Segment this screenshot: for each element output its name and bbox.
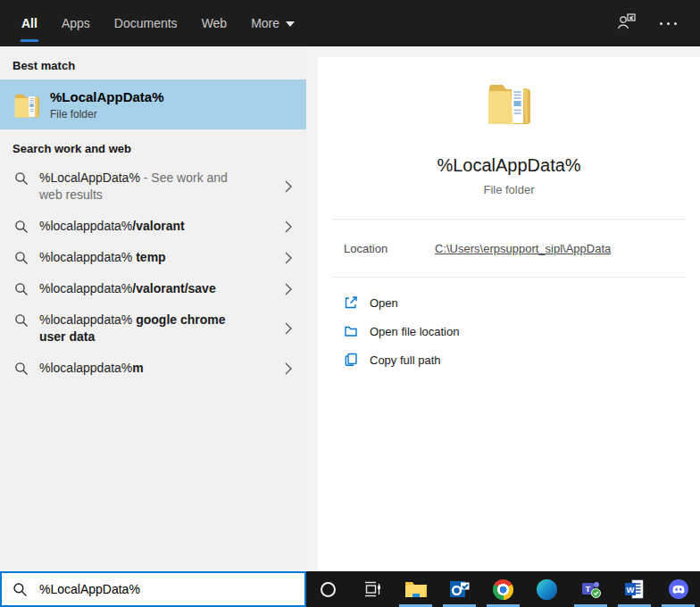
tab-all-label: All xyxy=(21,0,38,46)
chevron-right-icon[interactable] xyxy=(285,252,292,264)
tab-apps[interactable]: Apps xyxy=(62,0,90,46)
open-external-icon xyxy=(344,295,358,310)
suggestion-row[interactable]: %localappdata%m xyxy=(0,353,306,384)
tab-more-label: More xyxy=(251,0,279,46)
edge-icon xyxy=(537,579,557,600)
search-icon xyxy=(14,282,29,296)
best-match-header: Best match xyxy=(0,46,306,79)
taskbar-discord-button[interactable] xyxy=(656,571,700,607)
location-label: Location xyxy=(344,242,435,255)
discord-icon xyxy=(668,578,689,600)
folder-outline-icon xyxy=(344,324,358,338)
file-explorer-icon xyxy=(404,579,428,599)
taskbar-file-explorer-button[interactable] xyxy=(394,571,438,607)
taskbar-word-button[interactable]: W xyxy=(612,571,656,607)
account-feedback-icon[interactable] xyxy=(617,12,637,34)
suggestion-query: %localappdata% xyxy=(39,361,132,375)
suggestion-query: %localappdata% xyxy=(39,281,132,295)
ellipsis-icon[interactable] xyxy=(660,22,677,25)
location-path-link[interactable]: C:\Users\erpsupport_sipl\AppData xyxy=(435,242,611,255)
results-panel: Best match %LocalAppData% File folder xyxy=(0,46,306,571)
search-icon xyxy=(14,313,29,328)
preview-title: %LocalAppData% xyxy=(318,155,700,176)
search-icon xyxy=(14,251,29,265)
taskbar-task-view-button[interactable] xyxy=(350,571,394,607)
tab-web[interactable]: Web xyxy=(202,0,228,46)
tab-all[interactable]: All xyxy=(21,0,38,46)
location-row: Location C:\Users\erpsupport_sipl\AppDat… xyxy=(318,220,700,277)
search-icon xyxy=(14,220,29,234)
open-file-location-label: Open file location xyxy=(370,325,459,338)
chevron-right-icon[interactable] xyxy=(285,322,292,335)
task-view-icon xyxy=(362,578,383,600)
tab-more[interactable]: More xyxy=(251,0,295,46)
search-filter-bar: All Apps Documents Web More xyxy=(0,0,700,46)
cortana-icon xyxy=(321,582,336,597)
suggestion-query: %localappdata% xyxy=(39,219,132,233)
chevron-right-icon[interactable] xyxy=(285,220,292,233)
suggestion-query: %localappdata% xyxy=(39,312,132,327)
best-match-result[interactable]: %LocalAppData% File folder xyxy=(0,79,306,129)
open-file-location-button[interactable]: Open file location xyxy=(318,317,700,345)
copy-icon xyxy=(344,353,358,367)
suggestion-completion: m xyxy=(132,361,143,375)
search-icon xyxy=(12,582,28,597)
suggestion-query: %LocalAppData% xyxy=(39,170,140,185)
word-icon: W xyxy=(624,578,646,600)
web-section-header: Search work and web xyxy=(0,129,306,162)
taskbar-outlook-button[interactable] xyxy=(438,571,481,607)
tab-documents-label: Documents xyxy=(114,0,178,46)
preview-panel: %LocalAppData% File folder Location C:\U… xyxy=(318,57,700,571)
taskbar-teams-button[interactable]: T xyxy=(569,571,612,607)
suggestion-query: %localappdata% xyxy=(39,250,132,264)
chevron-down-icon xyxy=(286,21,295,27)
suggestion-row[interactable]: %LocalAppData% - See work and web result… xyxy=(0,162,306,211)
taskbar-edge-button[interactable] xyxy=(525,571,569,607)
chevron-right-icon[interactable] xyxy=(285,180,292,193)
suggestion-row[interactable]: %localappdata%/valorant xyxy=(0,211,306,242)
open-button[interactable]: Open xyxy=(318,288,700,317)
suggestion-row[interactable]: %localappdata% temp xyxy=(0,242,306,273)
search-icon xyxy=(14,171,29,186)
folder-icon xyxy=(14,91,39,119)
suggestion-row[interactable]: %localappdata%/valorant/save xyxy=(0,273,306,304)
action-list: Open Open file location Copy full path xyxy=(318,278,700,374)
taskbar-chrome-button[interactable] xyxy=(481,571,525,607)
suggestion-completion: /valorant xyxy=(132,219,184,233)
folder-icon xyxy=(488,79,530,127)
chevron-right-icon[interactable] xyxy=(285,283,292,295)
tab-documents[interactable]: Documents xyxy=(114,0,178,46)
chrome-icon xyxy=(493,579,513,600)
best-match-title: %LocalAppData% xyxy=(50,89,164,104)
windows-search-flyout: All Apps Documents Web More Best match xyxy=(0,0,700,607)
suggestion-completion: temp xyxy=(132,250,165,264)
copy-full-path-label: Copy full path xyxy=(370,353,441,367)
suggestion-row[interactable]: %localappdata% google chrome user data xyxy=(0,304,306,353)
preview-subtitle: File folder xyxy=(318,183,700,196)
filter-tabs: All Apps Documents Web More xyxy=(21,0,295,46)
tab-web-label: Web xyxy=(202,0,228,46)
tab-apps-label: Apps xyxy=(62,0,90,46)
suggestion-completion: /valorant/save xyxy=(132,281,215,295)
chevron-right-icon[interactable] xyxy=(285,362,292,375)
svg-text:T: T xyxy=(585,584,590,594)
search-box[interactable] xyxy=(0,571,306,607)
search-input[interactable] xyxy=(39,582,271,596)
taskbar: T W xyxy=(306,571,700,607)
best-match-subtitle: File folder xyxy=(50,108,164,121)
copy-full-path-button[interactable]: Copy full path xyxy=(318,345,700,374)
svg-text:W: W xyxy=(626,585,634,595)
teams-icon: T xyxy=(580,578,602,600)
search-icon xyxy=(14,362,29,376)
open-label: Open xyxy=(370,296,398,310)
outlook-icon xyxy=(449,578,471,600)
taskbar-cortana-button[interactable] xyxy=(306,571,350,607)
